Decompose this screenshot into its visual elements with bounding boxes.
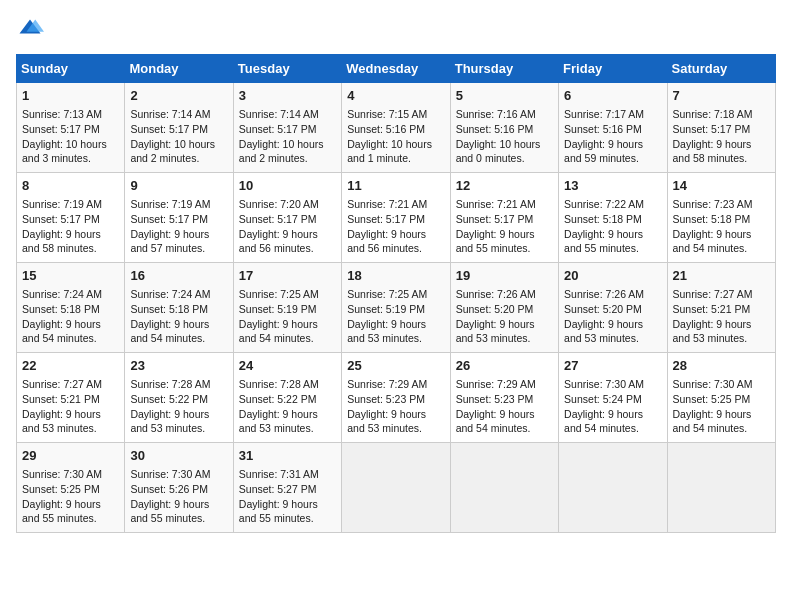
cell-text: Daylight: 9 hours: [239, 407, 336, 422]
cell-text: Sunrise: 7:18 AM: [673, 107, 770, 122]
cell-text: Sunset: 5:18 PM: [22, 302, 119, 317]
cell-text: Sunset: 5:17 PM: [130, 122, 227, 137]
cell-text: and 54 minutes.: [130, 331, 227, 346]
cell-text: Sunrise: 7:20 AM: [239, 197, 336, 212]
cell-text: Sunrise: 7:22 AM: [564, 197, 661, 212]
cell-text: Sunrise: 7:23 AM: [673, 197, 770, 212]
cell-text: Daylight: 9 hours: [130, 407, 227, 422]
cell-text: Daylight: 10 hours: [130, 137, 227, 152]
calendar-cell: 21Sunrise: 7:27 AMSunset: 5:21 PMDayligh…: [667, 263, 775, 353]
cell-text: Sunrise: 7:14 AM: [239, 107, 336, 122]
cell-text: Daylight: 9 hours: [564, 317, 661, 332]
cell-text: and 55 minutes.: [130, 511, 227, 526]
cell-text: Sunset: 5:16 PM: [347, 122, 444, 137]
cell-text: Sunrise: 7:19 AM: [22, 197, 119, 212]
day-number: 27: [564, 357, 661, 375]
day-number: 14: [673, 177, 770, 195]
cell-text: Sunset: 5:19 PM: [347, 302, 444, 317]
day-number: 30: [130, 447, 227, 465]
cell-text: and 53 minutes.: [347, 421, 444, 436]
cell-text: and 53 minutes.: [239, 421, 336, 436]
cell-text: Sunrise: 7:30 AM: [22, 467, 119, 482]
cell-text: Sunrise: 7:15 AM: [347, 107, 444, 122]
cell-text: Sunrise: 7:21 AM: [347, 197, 444, 212]
cell-text: Sunset: 5:20 PM: [564, 302, 661, 317]
cell-text: Sunrise: 7:29 AM: [456, 377, 553, 392]
calendar-cell: 8Sunrise: 7:19 AMSunset: 5:17 PMDaylight…: [17, 173, 125, 263]
cell-text: Daylight: 9 hours: [564, 137, 661, 152]
calendar-cell: 2Sunrise: 7:14 AMSunset: 5:17 PMDaylight…: [125, 83, 233, 173]
cell-text: Sunrise: 7:13 AM: [22, 107, 119, 122]
cell-text: Sunset: 5:23 PM: [456, 392, 553, 407]
cell-text: Sunset: 5:18 PM: [130, 302, 227, 317]
day-number: 9: [130, 177, 227, 195]
cell-text: Sunrise: 7:19 AM: [130, 197, 227, 212]
cell-text: and 55 minutes.: [22, 511, 119, 526]
cell-text: Daylight: 9 hours: [456, 407, 553, 422]
cell-text: Daylight: 9 hours: [564, 227, 661, 242]
cell-text: Sunset: 5:22 PM: [130, 392, 227, 407]
day-number: 7: [673, 87, 770, 105]
cell-text: Daylight: 9 hours: [347, 317, 444, 332]
cell-text: Daylight: 9 hours: [673, 317, 770, 332]
cell-text: Daylight: 9 hours: [673, 137, 770, 152]
header-monday: Monday: [125, 55, 233, 83]
calendar-cell: [342, 443, 450, 533]
cell-text: and 55 minutes.: [239, 511, 336, 526]
calendar-cell: 7Sunrise: 7:18 AMSunset: 5:17 PMDaylight…: [667, 83, 775, 173]
day-number: 29: [22, 447, 119, 465]
week-row-4: 22Sunrise: 7:27 AMSunset: 5:21 PMDayligh…: [17, 353, 776, 443]
cell-text: and 54 minutes.: [673, 421, 770, 436]
cell-text: and 54 minutes.: [456, 421, 553, 436]
cell-text: and 59 minutes.: [564, 151, 661, 166]
cell-text: Sunset: 5:18 PM: [564, 212, 661, 227]
logo-icon: [16, 16, 44, 44]
cell-text: Sunrise: 7:30 AM: [130, 467, 227, 482]
cell-text: and 58 minutes.: [22, 241, 119, 256]
cell-text: Daylight: 9 hours: [22, 317, 119, 332]
cell-text: Daylight: 9 hours: [239, 227, 336, 242]
cell-text: Sunrise: 7:17 AM: [564, 107, 661, 122]
cell-text: Sunset: 5:25 PM: [673, 392, 770, 407]
cell-text: Sunset: 5:21 PM: [22, 392, 119, 407]
calendar-cell: 27Sunrise: 7:30 AMSunset: 5:24 PMDayligh…: [559, 353, 667, 443]
day-number: 1: [22, 87, 119, 105]
cell-text: Sunset: 5:17 PM: [22, 122, 119, 137]
cell-text: Daylight: 9 hours: [239, 497, 336, 512]
week-row-3: 15Sunrise: 7:24 AMSunset: 5:18 PMDayligh…: [17, 263, 776, 353]
calendar-cell: 10Sunrise: 7:20 AMSunset: 5:17 PMDayligh…: [233, 173, 341, 263]
calendar-cell: 6Sunrise: 7:17 AMSunset: 5:16 PMDaylight…: [559, 83, 667, 173]
calendar-cell: 26Sunrise: 7:29 AMSunset: 5:23 PMDayligh…: [450, 353, 558, 443]
cell-text: Sunrise: 7:24 AM: [22, 287, 119, 302]
cell-text: Daylight: 10 hours: [347, 137, 444, 152]
header-thursday: Thursday: [450, 55, 558, 83]
cell-text: Sunset: 5:27 PM: [239, 482, 336, 497]
header-saturday: Saturday: [667, 55, 775, 83]
cell-text: Sunrise: 7:14 AM: [130, 107, 227, 122]
calendar-header: SundayMondayTuesdayWednesdayThursdayFrid…: [17, 55, 776, 83]
calendar-cell: 15Sunrise: 7:24 AMSunset: 5:18 PMDayligh…: [17, 263, 125, 353]
calendar-body: 1Sunrise: 7:13 AMSunset: 5:17 PMDaylight…: [17, 83, 776, 533]
cell-text: Daylight: 9 hours: [22, 407, 119, 422]
calendar-cell: [667, 443, 775, 533]
cell-text: Daylight: 9 hours: [673, 227, 770, 242]
cell-text: Sunset: 5:17 PM: [239, 212, 336, 227]
cell-text: and 57 minutes.: [130, 241, 227, 256]
day-number: 16: [130, 267, 227, 285]
cell-text: Sunset: 5:22 PM: [239, 392, 336, 407]
cell-text: Sunrise: 7:27 AM: [673, 287, 770, 302]
week-row-5: 29Sunrise: 7:30 AMSunset: 5:25 PMDayligh…: [17, 443, 776, 533]
day-number: 18: [347, 267, 444, 285]
calendar-cell: 11Sunrise: 7:21 AMSunset: 5:17 PMDayligh…: [342, 173, 450, 263]
calendar-cell: 22Sunrise: 7:27 AMSunset: 5:21 PMDayligh…: [17, 353, 125, 443]
cell-text: and 58 minutes.: [673, 151, 770, 166]
cell-text: Daylight: 10 hours: [456, 137, 553, 152]
day-number: 24: [239, 357, 336, 375]
cell-text: and 54 minutes.: [564, 421, 661, 436]
cell-text: Sunrise: 7:30 AM: [564, 377, 661, 392]
cell-text: Sunrise: 7:31 AM: [239, 467, 336, 482]
cell-text: Sunrise: 7:30 AM: [673, 377, 770, 392]
day-number: 19: [456, 267, 553, 285]
cell-text: Sunset: 5:18 PM: [673, 212, 770, 227]
cell-text: Sunrise: 7:25 AM: [239, 287, 336, 302]
